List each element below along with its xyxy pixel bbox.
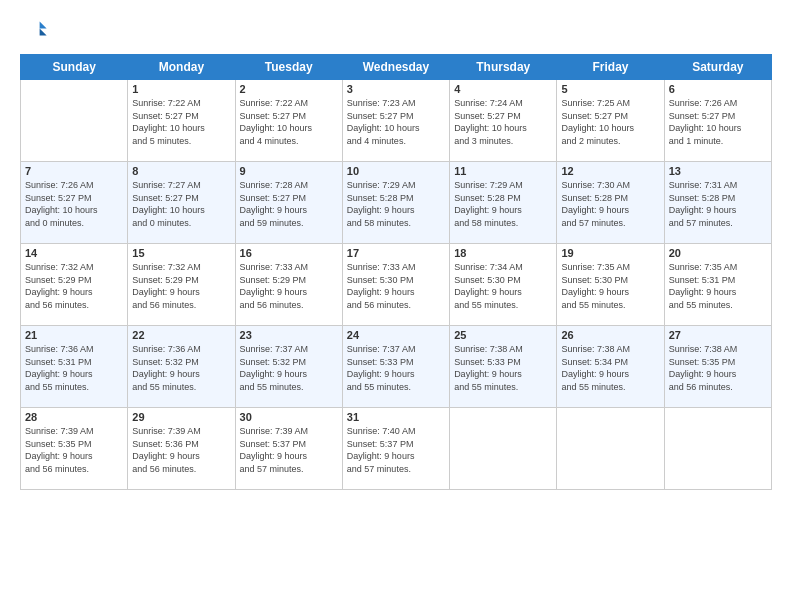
day-info: Sunrise: 7:35 AM Sunset: 5:31 PM Dayligh… [669,261,767,311]
calendar-cell: 14Sunrise: 7:32 AM Sunset: 5:29 PM Dayli… [21,244,128,326]
day-info: Sunrise: 7:38 AM Sunset: 5:33 PM Dayligh… [454,343,552,393]
calendar-cell: 1Sunrise: 7:22 AM Sunset: 5:27 PM Daylig… [128,80,235,162]
calendar-cell: 21Sunrise: 7:36 AM Sunset: 5:31 PM Dayli… [21,326,128,408]
day-number: 12 [561,165,659,177]
day-of-week-header: Tuesday [235,55,342,80]
calendar-week-row: 28Sunrise: 7:39 AM Sunset: 5:35 PM Dayli… [21,408,772,490]
calendar-cell: 28Sunrise: 7:39 AM Sunset: 5:35 PM Dayli… [21,408,128,490]
calendar-cell: 25Sunrise: 7:38 AM Sunset: 5:33 PM Dayli… [450,326,557,408]
day-number: 28 [25,411,123,423]
day-info: Sunrise: 7:33 AM Sunset: 5:29 PM Dayligh… [240,261,338,311]
logo [20,16,52,44]
calendar-cell: 11Sunrise: 7:29 AM Sunset: 5:28 PM Dayli… [450,162,557,244]
calendar: SundayMondayTuesdayWednesdayThursdayFrid… [20,54,772,490]
day-number: 18 [454,247,552,259]
day-info: Sunrise: 7:37 AM Sunset: 5:33 PM Dayligh… [347,343,445,393]
day-number: 8 [132,165,230,177]
day-number: 21 [25,329,123,341]
calendar-cell: 17Sunrise: 7:33 AM Sunset: 5:30 PM Dayli… [342,244,449,326]
day-info: Sunrise: 7:34 AM Sunset: 5:30 PM Dayligh… [454,261,552,311]
day-info: Sunrise: 7:33 AM Sunset: 5:30 PM Dayligh… [347,261,445,311]
day-number: 17 [347,247,445,259]
calendar-cell [450,408,557,490]
calendar-cell: 18Sunrise: 7:34 AM Sunset: 5:30 PM Dayli… [450,244,557,326]
day-info: Sunrise: 7:40 AM Sunset: 5:37 PM Dayligh… [347,425,445,475]
calendar-week-row: 7Sunrise: 7:26 AM Sunset: 5:27 PM Daylig… [21,162,772,244]
day-info: Sunrise: 7:30 AM Sunset: 5:28 PM Dayligh… [561,179,659,229]
day-number: 14 [25,247,123,259]
day-info: Sunrise: 7:39 AM Sunset: 5:35 PM Dayligh… [25,425,123,475]
day-info: Sunrise: 7:39 AM Sunset: 5:36 PM Dayligh… [132,425,230,475]
day-info: Sunrise: 7:36 AM Sunset: 5:32 PM Dayligh… [132,343,230,393]
calendar-cell: 6Sunrise: 7:26 AM Sunset: 5:27 PM Daylig… [664,80,771,162]
day-number: 7 [25,165,123,177]
calendar-week-row: 1Sunrise: 7:22 AM Sunset: 5:27 PM Daylig… [21,80,772,162]
day-number: 20 [669,247,767,259]
day-info: Sunrise: 7:22 AM Sunset: 5:27 PM Dayligh… [240,97,338,147]
day-info: Sunrise: 7:39 AM Sunset: 5:37 PM Dayligh… [240,425,338,475]
calendar-cell [557,408,664,490]
day-number: 22 [132,329,230,341]
day-info: Sunrise: 7:36 AM Sunset: 5:31 PM Dayligh… [25,343,123,393]
calendar-week-row: 21Sunrise: 7:36 AM Sunset: 5:31 PM Dayli… [21,326,772,408]
day-info: Sunrise: 7:22 AM Sunset: 5:27 PM Dayligh… [132,97,230,147]
calendar-cell: 16Sunrise: 7:33 AM Sunset: 5:29 PM Dayli… [235,244,342,326]
day-number: 10 [347,165,445,177]
day-info: Sunrise: 7:32 AM Sunset: 5:29 PM Dayligh… [25,261,123,311]
header [20,16,772,44]
svg-marker-0 [40,22,47,29]
calendar-cell: 15Sunrise: 7:32 AM Sunset: 5:29 PM Dayli… [128,244,235,326]
day-number: 15 [132,247,230,259]
day-number: 16 [240,247,338,259]
day-number: 4 [454,83,552,95]
calendar-cell: 24Sunrise: 7:37 AM Sunset: 5:33 PM Dayli… [342,326,449,408]
day-info: Sunrise: 7:38 AM Sunset: 5:35 PM Dayligh… [669,343,767,393]
day-info: Sunrise: 7:29 AM Sunset: 5:28 PM Dayligh… [347,179,445,229]
day-info: Sunrise: 7:24 AM Sunset: 5:27 PM Dayligh… [454,97,552,147]
day-info: Sunrise: 7:25 AM Sunset: 5:27 PM Dayligh… [561,97,659,147]
calendar-cell: 12Sunrise: 7:30 AM Sunset: 5:28 PM Dayli… [557,162,664,244]
calendar-cell: 2Sunrise: 7:22 AM Sunset: 5:27 PM Daylig… [235,80,342,162]
day-number: 11 [454,165,552,177]
calendar-header-row: SundayMondayTuesdayWednesdayThursdayFrid… [21,55,772,80]
calendar-cell: 13Sunrise: 7:31 AM Sunset: 5:28 PM Dayli… [664,162,771,244]
day-of-week-header: Wednesday [342,55,449,80]
day-of-week-header: Saturday [664,55,771,80]
calendar-cell: 5Sunrise: 7:25 AM Sunset: 5:27 PM Daylig… [557,80,664,162]
day-info: Sunrise: 7:23 AM Sunset: 5:27 PM Dayligh… [347,97,445,147]
calendar-cell: 9Sunrise: 7:28 AM Sunset: 5:27 PM Daylig… [235,162,342,244]
day-number: 19 [561,247,659,259]
calendar-week-row: 14Sunrise: 7:32 AM Sunset: 5:29 PM Dayli… [21,244,772,326]
day-info: Sunrise: 7:35 AM Sunset: 5:30 PM Dayligh… [561,261,659,311]
calendar-cell: 8Sunrise: 7:27 AM Sunset: 5:27 PM Daylig… [128,162,235,244]
calendar-cell: 26Sunrise: 7:38 AM Sunset: 5:34 PM Dayli… [557,326,664,408]
calendar-cell: 22Sunrise: 7:36 AM Sunset: 5:32 PM Dayli… [128,326,235,408]
calendar-cell: 23Sunrise: 7:37 AM Sunset: 5:32 PM Dayli… [235,326,342,408]
day-number: 24 [347,329,445,341]
calendar-cell: 20Sunrise: 7:35 AM Sunset: 5:31 PM Dayli… [664,244,771,326]
calendar-cell [664,408,771,490]
day-info: Sunrise: 7:31 AM Sunset: 5:28 PM Dayligh… [669,179,767,229]
day-number: 3 [347,83,445,95]
day-number: 9 [240,165,338,177]
day-number: 31 [347,411,445,423]
calendar-cell: 19Sunrise: 7:35 AM Sunset: 5:30 PM Dayli… [557,244,664,326]
calendar-cell: 29Sunrise: 7:39 AM Sunset: 5:36 PM Dayli… [128,408,235,490]
day-info: Sunrise: 7:38 AM Sunset: 5:34 PM Dayligh… [561,343,659,393]
calendar-cell: 3Sunrise: 7:23 AM Sunset: 5:27 PM Daylig… [342,80,449,162]
day-number: 6 [669,83,767,95]
day-info: Sunrise: 7:32 AM Sunset: 5:29 PM Dayligh… [132,261,230,311]
day-number: 27 [669,329,767,341]
calendar-cell: 27Sunrise: 7:38 AM Sunset: 5:35 PM Dayli… [664,326,771,408]
day-number: 26 [561,329,659,341]
calendar-cell: 31Sunrise: 7:40 AM Sunset: 5:37 PM Dayli… [342,408,449,490]
page: SundayMondayTuesdayWednesdayThursdayFrid… [0,0,792,612]
day-number: 30 [240,411,338,423]
day-number: 23 [240,329,338,341]
day-number: 1 [132,83,230,95]
calendar-cell [21,80,128,162]
calendar-cell: 4Sunrise: 7:24 AM Sunset: 5:27 PM Daylig… [450,80,557,162]
day-number: 2 [240,83,338,95]
calendar-cell: 10Sunrise: 7:29 AM Sunset: 5:28 PM Dayli… [342,162,449,244]
calendar-cell: 7Sunrise: 7:26 AM Sunset: 5:27 PM Daylig… [21,162,128,244]
